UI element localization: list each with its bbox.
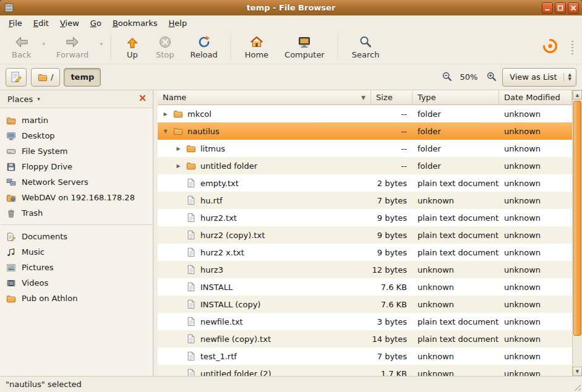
sidebar-item-network-servers[interactable]: Network Servers <box>0 174 153 190</box>
sidebar-separator <box>1 224 152 225</box>
file-row-hurz3[interactable]: hurz312 bytesunknownunknown <box>158 261 572 278</box>
view-mode-selector[interactable]: View as List ▲▼ <box>502 68 576 87</box>
file-row-install-copy[interactable]: INSTALL (copy)7.6 KBunknownunknown <box>158 296 572 313</box>
file-row-untitled-folder[interactable]: ▶untitled folder--folderunknown <box>158 157 572 174</box>
file-row-litmus[interactable]: ▶litmus--folderunknown <box>158 140 572 157</box>
path-button-temp[interactable]: temp <box>64 68 101 87</box>
file-name: hurz2.txt <box>200 213 237 223</box>
resize-grip[interactable] <box>571 381 581 391</box>
sidebar-item-videos[interactable]: Videos <box>0 275 153 291</box>
zoom-in-button[interactable] <box>483 69 499 85</box>
column-header-size[interactable]: Size <box>371 90 413 105</box>
scrollbar-trough[interactable] <box>573 100 582 367</box>
file-type: unknown <box>413 261 499 278</box>
menu-view[interactable]: View <box>54 15 85 30</box>
menu-file[interactable]: File <box>3 15 28 30</box>
places-selector[interactable]: Places ▾ <box>2 92 46 106</box>
vertical-scrollbar[interactable]: ▲ ▼ <box>572 90 582 376</box>
file-icon <box>186 299 196 309</box>
titlebar[interactable]: temp - File Browser <box>0 0 582 15</box>
sidebar-item-label: Floppy Drive <box>22 162 72 171</box>
expander-collapsed-icon[interactable]: ▶ <box>174 146 182 151</box>
minimize-button[interactable] <box>542 2 553 14</box>
file-row-nautilus[interactable]: ▼nautilus--folderunknown <box>158 122 572 140</box>
file-row-untitled-folder-2[interactable]: untitled folder (2)1.7 KBunknownunknown <box>158 365 572 376</box>
file-date: unknown <box>499 347 572 365</box>
reload-button[interactable]: Reload <box>182 32 225 61</box>
path-button-root[interactable]: / <box>31 68 60 87</box>
computer-icon <box>297 35 312 49</box>
file-row-install[interactable]: INSTALL7.6 KBunknownunknown <box>158 278 572 296</box>
home-button[interactable]: Home <box>237 32 276 61</box>
menu-bookmarks[interactable]: Bookmarks <box>107 15 163 30</box>
sidebar-item-pub-on-athlon[interactable]: Pub on Athlon <box>0 291 153 306</box>
column-header-date-modified[interactable]: Date Modified <box>499 90 572 105</box>
search-button[interactable]: Search <box>344 32 388 61</box>
column-header-type[interactable]: Type <box>413 90 499 105</box>
file-row-hu-rtf[interactable]: hu.rtf7 bytesunknownunknown <box>158 192 572 209</box>
file-date: unknown <box>499 209 572 226</box>
pane-splitter[interactable] <box>153 90 158 376</box>
sidebar-item-file-system[interactable]: File System <box>0 143 153 159</box>
file-size: 9 bytes <box>371 209 413 226</box>
sidebar-item-desktop[interactable]: Desktop <box>0 128 153 143</box>
toolbar-separator <box>338 34 339 60</box>
file-row-newfile-copy-txt[interactable]: newfile (copy).txt14 bytesplain text doc… <box>158 330 572 347</box>
path-label: temp <box>71 72 94 82</box>
menu-help[interactable]: Help <box>163 15 193 30</box>
up-button[interactable]: Up <box>117 32 148 61</box>
file-row-test-1-rtf[interactable]: test_1.rtf7 bytesunknownunknown <box>158 347 572 365</box>
sidebar-item-trash[interactable]: Trash <box>0 205 153 221</box>
file-row-empty-txt[interactable]: empty.txt2 bytesplain text documentunkno… <box>158 174 572 192</box>
expander-expanded-icon[interactable]: ▼ <box>161 129 169 134</box>
scrollbar-thumb[interactable] <box>573 101 581 336</box>
stop-icon <box>158 35 173 49</box>
sidebar-item-label: Documents <box>22 232 67 241</box>
menubar: FileEditViewGoBookmarksHelp <box>0 15 582 30</box>
file-row-mkcol[interactable]: ▶mkcol--folderunknown <box>158 105 572 122</box>
sidebar-close-button[interactable] <box>136 93 148 105</box>
maximize-button[interactable] <box>555 2 566 14</box>
file-date: unknown <box>499 278 572 296</box>
scroll-down-button[interactable]: ▼ <box>573 367 582 376</box>
toggle-location-entry-button[interactable] <box>6 68 27 87</box>
menu-go[interactable]: Go <box>85 15 107 30</box>
file-icon <box>186 334 196 344</box>
file-date: unknown <box>499 365 572 376</box>
file-date: unknown <box>499 244 572 261</box>
forward-history-dropdown: ▾ <box>96 41 106 47</box>
file-type: folder <box>413 105 499 122</box>
file-row-hurz2-txt[interactable]: hurz2.txt9 bytesplain text documentunkno… <box>158 209 572 226</box>
window-icon <box>4 2 14 13</box>
sort-indicator-icon: ▼ <box>361 95 366 101</box>
file-row-hurz2-copy-txt[interactable]: hurz2 (copy).txt9 bytesplain text docume… <box>158 226 572 244</box>
computer-button[interactable]: Computer <box>276 32 333 61</box>
folder-icon <box>173 126 183 136</box>
scroll-up-button[interactable]: ▲ <box>573 90 582 100</box>
sidebar-item-floppy-drive[interactable]: Floppy Drive <box>0 159 153 174</box>
expander-collapsed-icon[interactable]: ▶ <box>174 163 182 169</box>
path-label: / <box>51 72 53 82</box>
file-name: hu.rtf <box>200 196 223 205</box>
sidebar-item-martin[interactable]: martin <box>0 113 153 128</box>
sidebar-item-webdav-on-192-168-178-28[interactable]: WebDAV on 192.168.178.28 <box>0 190 153 205</box>
file-type: unknown <box>413 365 499 376</box>
expander-collapsed-icon[interactable]: ▶ <box>161 111 169 117</box>
zoom-out-button[interactable] <box>439 69 455 85</box>
close-button[interactable] <box>568 2 579 14</box>
file-name: hurz2 x.txt <box>200 248 244 257</box>
file-row-hurz2-x-txt[interactable]: hurz2 x.txt9 bytesplain text documentunk… <box>158 244 572 261</box>
file-row-newfile-txt[interactable]: newfile.txt3 bytesplain text documentunk… <box>158 313 572 330</box>
zoom-out-icon <box>442 71 452 83</box>
menu-edit[interactable]: Edit <box>28 15 54 30</box>
sidebar-item-music[interactable]: Music <box>0 244 153 260</box>
step-up-icon: ▲ <box>576 93 579 98</box>
sidebar-item-documents[interactable]: Documents <box>0 229 153 244</box>
toolbar-grip[interactable] <box>571 41 573 54</box>
column-header-name[interactable]: Name▼ <box>158 90 371 105</box>
file-date: unknown <box>499 140 572 157</box>
sidebar-item-label: Desktop <box>22 131 55 140</box>
sidebar-item-pictures[interactable]: Pictures <box>0 260 153 275</box>
reload-icon <box>197 35 212 49</box>
spinner-arrows-icon: ▲▼ <box>563 73 571 82</box>
